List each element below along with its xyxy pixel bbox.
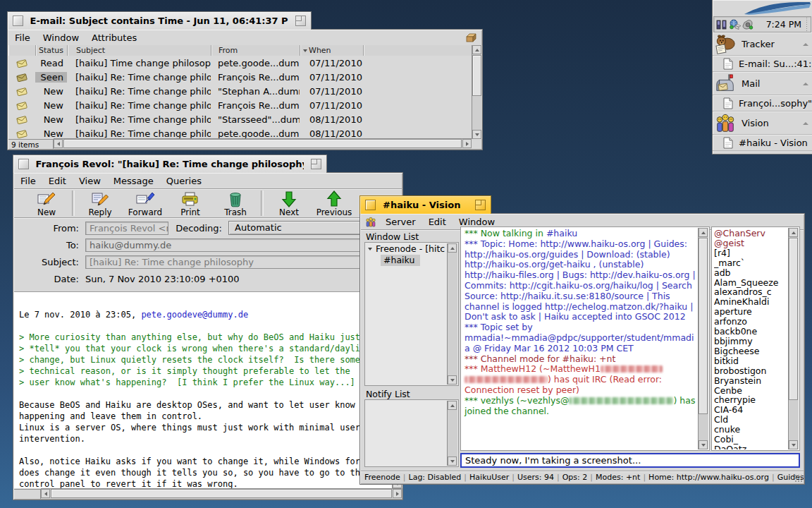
- nick-list-item[interactable]: Bigcheese: [714, 346, 789, 356]
- status-cell[interactable]: Seen: [35, 72, 67, 83]
- nick-list-item[interactable]: DaQatz: [714, 445, 789, 449]
- chat-scrollbar[interactable]: [698, 228, 708, 449]
- email-row[interactable]: Read[haiku] Time change philosophypete.g…: [8, 56, 472, 70]
- close-button[interactable]: [13, 16, 23, 26]
- zoom-button[interactable]: [475, 200, 486, 210]
- nick-list-item[interactable]: aperture: [714, 307, 789, 317]
- mailbox-small-icon[interactable]: [465, 32, 478, 43]
- nick-list-item[interactable]: arfonzo: [714, 317, 789, 327]
- deskbar-app-mail[interactable]: Mail: [713, 72, 812, 95]
- nick-list-item[interactable]: bbjimmy: [714, 337, 789, 346]
- status-cell[interactable]: New: [35, 128, 67, 139]
- nick-list[interactable]: @ChanServ@geist[r4]_marc`adbAlam_Squeeze…: [714, 228, 789, 449]
- deskbar-window-item[interactable]: E-mail: Su...:41:37: [713, 56, 812, 72]
- status-cell[interactable]: New: [35, 86, 67, 97]
- nick-list-item[interactable]: cherrypie: [714, 395, 789, 405]
- email-row[interactable]: New[haiku] Re: Time change philosophyFra…: [8, 98, 472, 112]
- close-button[interactable]: [18, 159, 29, 169]
- from-cell[interactable]: François Re...dummy.de: [211, 100, 300, 111]
- deskbar-leaf-header[interactable]: [713, 0, 812, 16]
- nick-list-item[interactable]: brobostigon: [714, 366, 789, 376]
- mail-body-text[interactable]: Le 7 nov. 2010 à 23:05, pete.goodeve@dum…: [14, 291, 393, 488]
- chat-log[interactable]: *** Now talking in #haiku*** Topic: Home…: [462, 228, 699, 449]
- new-button[interactable]: New: [24, 190, 69, 217]
- email-query-title-tab[interactable]: E-mail: Subject contains Time - Jun 11, …: [7, 11, 312, 30]
- subject-cell[interactable]: [haiku] Re: Time change philosophy: [67, 72, 211, 83]
- nick-list-item[interactable]: cnuke: [714, 425, 789, 435]
- subject-cell[interactable]: [haiku] Re: Time change philosophy: [67, 100, 211, 111]
- reply-button[interactable]: Reply: [78, 190, 123, 217]
- window-list-scrollbar[interactable]: [447, 243, 457, 385]
- zoom-button[interactable]: [311, 159, 321, 169]
- network-tray-icon[interactable]: [729, 19, 741, 30]
- subject-cell[interactable]: [haiku] Re: Time change philosophy: [67, 128, 211, 139]
- channel-tree-item[interactable]: #haiku: [365, 255, 458, 267]
- mail-body-hscrollbar[interactable]: [41, 488, 402, 499]
- mail-reader-title-tab[interactable]: François Revol: "[haiku] Re: Time change…: [13, 155, 327, 173]
- when-cell[interactable]: 08/11/2010: [300, 128, 363, 139]
- nick-list-item[interactable]: Cobi_: [714, 435, 789, 445]
- subject-cell[interactable]: [haiku] Re: Time change philosophy: [67, 86, 211, 97]
- from-cell[interactable]: "Stephan A...dummy.de: [211, 86, 300, 97]
- nick-list-item[interactable]: Cenbe: [714, 386, 789, 396]
- print-button[interactable]: Print: [168, 190, 213, 217]
- status-cell[interactable]: Read: [35, 58, 67, 68]
- sound-tray-icon[interactable]: [742, 19, 754, 30]
- previous-button[interactable]: Previous: [312, 190, 357, 217]
- collapse-arrow-icon[interactable]: [803, 43, 808, 46]
- subject-field[interactable]: [haiku] Re: Time change philosophy: [85, 255, 393, 269]
- nick-list-item[interactable]: Alam_Squeeze: [714, 278, 789, 288]
- nick-list-item[interactable]: alexandros_c: [714, 287, 789, 297]
- tray-drag-handle[interactable]: [806, 17, 808, 32]
- when-cell[interactable]: 07/11/2010: [300, 86, 363, 97]
- next-button[interactable]: Next: [266, 190, 312, 217]
- email-query-menu-file[interactable]: File: [8, 31, 37, 44]
- collapse-arrow-icon[interactable]: [803, 122, 808, 125]
- nick-list-item[interactable]: Bryanstein: [714, 376, 789, 386]
- email-row[interactable]: New[haiku] Re: Time change philosophy"St…: [8, 112, 472, 126]
- from-cell[interactable]: François Re...dummy.de: [211, 72, 300, 83]
- list-column-headers[interactable]: Status Subject From When: [8, 45, 472, 56]
- nick-list-item[interactable]: _marc`: [714, 258, 789, 268]
- from-cell[interactable]: "Starsseed"...dummy.de: [211, 114, 300, 125]
- nick-list-item[interactable]: adb: [714, 268, 789, 278]
- resize-grip[interactable]: [794, 474, 803, 483]
- email-list-vscrollbar[interactable]: [472, 45, 482, 139]
- subject-cell[interactable]: [haiku] Re: Time change philosophy: [67, 114, 211, 125]
- nick-list-item[interactable]: bitkid: [714, 356, 789, 366]
- nick-list-item[interactable]: backb0ne: [714, 327, 789, 337]
- when-cell[interactable]: 07/11/2010: [300, 58, 363, 68]
- email-query-menu-window[interactable]: Window: [37, 31, 85, 44]
- notify-list-scrollbar[interactable]: [447, 401, 457, 466]
- zoom-button[interactable]: [295, 16, 306, 26]
- deskbar-app-vision[interactable]: Vision: [713, 111, 812, 135]
- status-cell[interactable]: New: [35, 100, 67, 111]
- email-row[interactable]: New[haiku] Re: Time change philosophy"St…: [8, 84, 472, 98]
- nick-list-item[interactable]: [r4]: [714, 248, 789, 258]
- close-button[interactable]: [365, 200, 376, 210]
- from-cell[interactable]: pete.goode...dummy.de: [211, 128, 300, 139]
- deskbar-window-item[interactable]: Françoi...sophy": [713, 95, 812, 111]
- deskbar-window-item[interactable]: #haiku - Vision: [713, 135, 812, 151]
- nick-list-item[interactable]: Cld: [714, 415, 789, 425]
- trash-button[interactable]: Trash: [213, 190, 258, 217]
- when-cell[interactable]: 07/11/2010: [300, 100, 363, 111]
- email-row[interactable]: Seen[haiku] Re: Time change philosophyFr…: [8, 70, 472, 84]
- deskbar-clock[interactable]: 7:24 PM: [766, 19, 806, 30]
- forward-button[interactable]: Forward: [123, 190, 168, 217]
- chat-input[interactable]: [460, 453, 800, 468]
- to-field[interactable]: haiku@dummy.de: [85, 238, 393, 252]
- mail-menu-edit[interactable]: Edit: [42, 174, 73, 188]
- email-list-hscrollbar[interactable]: [54, 138, 472, 149]
- server-tree-item[interactable]: Freenode - [hitc: [365, 243, 458, 255]
- processcontroller-tray-icon[interactable]: [716, 19, 727, 30]
- mail-menu-message[interactable]: Message: [107, 174, 160, 188]
- email-query-menu-attributes[interactable]: Attributes: [85, 31, 143, 44]
- vision-menu-edit[interactable]: Edit: [422, 215, 453, 229]
- email-row[interactable]: New[haiku] Re: Time change philosophypet…: [8, 126, 472, 139]
- nick-list-item[interactable]: CIA-64: [714, 405, 789, 415]
- email-address-link[interactable]: pete.goodeve@dummy.de: [141, 310, 248, 320]
- from-field[interactable]: François Revol <rev: [85, 222, 168, 235]
- vision-menu-server[interactable]: Server: [379, 215, 422, 229]
- status-cell[interactable]: New: [35, 114, 67, 125]
